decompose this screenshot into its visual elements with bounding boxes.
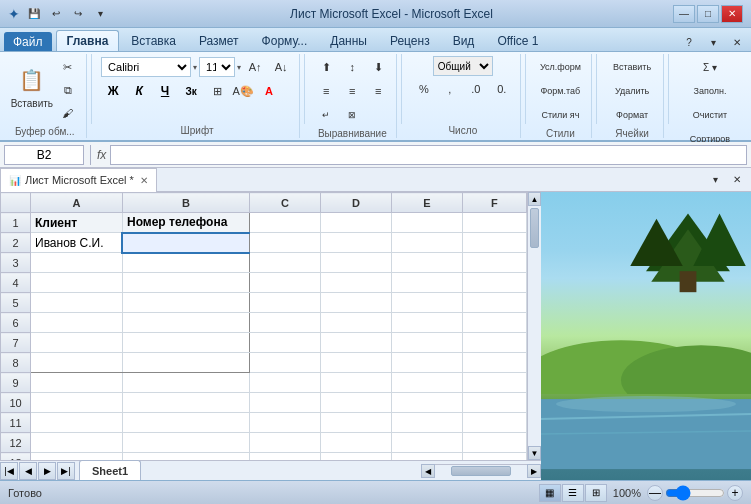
ribbon-close-btn[interactable]: ✕ bbox=[727, 33, 747, 51]
insert-cells-btn[interactable]: Вставить bbox=[607, 56, 657, 78]
cell-F6[interactable] bbox=[462, 313, 526, 333]
cell-E3[interactable] bbox=[391, 253, 462, 273]
cell-B11[interactable] bbox=[122, 413, 249, 433]
cell-F8[interactable] bbox=[462, 353, 526, 373]
cell-C9[interactable] bbox=[250, 373, 321, 393]
redo-quick-btn[interactable]: ↪ bbox=[68, 5, 88, 23]
cell-D6[interactable] bbox=[321, 313, 392, 333]
cell-A3[interactable] bbox=[31, 253, 123, 273]
cell-F3[interactable] bbox=[462, 253, 526, 273]
cell-D5[interactable] bbox=[321, 293, 392, 313]
ribbon-minimize-btn[interactable]: ▾ bbox=[703, 33, 723, 51]
col-header-d[interactable]: D bbox=[321, 193, 392, 213]
cell-A11[interactable] bbox=[31, 413, 123, 433]
delete-cells-btn[interactable]: Удалить bbox=[607, 80, 657, 102]
cell-F10[interactable] bbox=[462, 393, 526, 413]
cell-D3[interactable] bbox=[321, 253, 392, 273]
page-layout-view-btn[interactable]: ☰ bbox=[562, 484, 584, 502]
format-painter-button[interactable]: 🖌 bbox=[56, 102, 80, 124]
help-btn[interactable]: ? bbox=[679, 33, 699, 51]
font-size-select[interactable]: 11 bbox=[199, 57, 235, 77]
cell-B3[interactable] bbox=[122, 253, 249, 273]
font-color-button[interactable]: A bbox=[257, 80, 281, 102]
strikethrough-button[interactable]: Зк bbox=[179, 80, 203, 102]
cell-styles-btn[interactable]: Стили яч bbox=[535, 104, 585, 126]
italic-button[interactable]: К bbox=[127, 80, 151, 102]
percent-btn[interactable]: % bbox=[412, 78, 436, 100]
cell-D4[interactable] bbox=[321, 273, 392, 293]
cell-D9[interactable] bbox=[321, 373, 392, 393]
cell-F4[interactable] bbox=[462, 273, 526, 293]
cell-C13[interactable] bbox=[250, 453, 321, 461]
cell-D10[interactable] bbox=[321, 393, 392, 413]
cell-E6[interactable] bbox=[391, 313, 462, 333]
comma-btn[interactable]: , bbox=[438, 78, 462, 100]
cell-D8[interactable] bbox=[321, 353, 392, 373]
sum-btn[interactable]: Σ ▾ bbox=[685, 56, 735, 78]
formula-input[interactable] bbox=[110, 145, 747, 165]
sheet-tab-1[interactable]: Sheet1 bbox=[79, 460, 141, 480]
cell-A4[interactable] bbox=[31, 273, 123, 293]
copy-button[interactable]: ⧉ bbox=[56, 79, 80, 101]
hscroll-left-btn[interactable]: ◀ bbox=[421, 464, 435, 478]
undo-quick-btn[interactable]: ↩ bbox=[46, 5, 66, 23]
cell-F5[interactable] bbox=[462, 293, 526, 313]
cell-E12[interactable] bbox=[391, 433, 462, 453]
cell-A12[interactable] bbox=[31, 433, 123, 453]
tab-home[interactable]: Главна bbox=[56, 30, 120, 51]
cell-F12[interactable] bbox=[462, 433, 526, 453]
cell-F13[interactable] bbox=[462, 453, 526, 461]
tab-data[interactable]: Данны bbox=[319, 30, 378, 51]
cell-F11[interactable] bbox=[462, 413, 526, 433]
tab-close-btn[interactable]: ✕ bbox=[727, 171, 747, 189]
cell-B1[interactable]: Номер телефона bbox=[122, 213, 249, 233]
conditional-format-btn[interactable]: Усл.форм bbox=[535, 56, 585, 78]
cell-E5[interactable] bbox=[391, 293, 462, 313]
cell-E9[interactable] bbox=[391, 373, 462, 393]
dropdown-quick-btn[interactable]: ▾ bbox=[90, 5, 110, 23]
tab-file[interactable]: Файл bbox=[4, 32, 52, 51]
cell-B7[interactable] bbox=[122, 333, 249, 353]
cell-A6[interactable] bbox=[31, 313, 123, 333]
zoom-in-btn[interactable]: + bbox=[727, 485, 743, 501]
cell-A5[interactable] bbox=[31, 293, 123, 313]
increase-decimal-btn[interactable]: .0 bbox=[464, 78, 488, 100]
cell-E8[interactable] bbox=[391, 353, 462, 373]
close-btn[interactable]: ✕ bbox=[721, 5, 743, 23]
minimize-btn[interactable]: — bbox=[673, 5, 695, 23]
scroll-up-btn[interactable]: ▲ bbox=[528, 192, 541, 206]
cell-B9[interactable] bbox=[122, 373, 249, 393]
cell-E11[interactable] bbox=[391, 413, 462, 433]
close-tab-btn[interactable]: ✕ bbox=[140, 175, 148, 186]
tab-dropdown-btn[interactable]: ▾ bbox=[705, 171, 725, 189]
number-format-select[interactable]: Общий bbox=[433, 56, 493, 76]
horizontal-scrollbar[interactable]: ◀ ▶ bbox=[421, 464, 541, 478]
tab-pagelayout[interactable]: Размет bbox=[188, 30, 250, 51]
tab-review[interactable]: Реценз bbox=[379, 30, 441, 51]
paste-button[interactable]: 📋 Вставить bbox=[10, 56, 54, 116]
normal-view-btn[interactable]: ▦ bbox=[539, 484, 561, 502]
bold-button[interactable]: Ж bbox=[101, 80, 125, 102]
cell-B12[interactable] bbox=[122, 433, 249, 453]
cell-D12[interactable] bbox=[321, 433, 392, 453]
increase-font-btn[interactable]: A↑ bbox=[243, 56, 267, 78]
cell-D2[interactable] bbox=[321, 233, 392, 253]
maximize-btn[interactable]: □ bbox=[697, 5, 719, 23]
cell-D7[interactable] bbox=[321, 333, 392, 353]
cell-C11[interactable] bbox=[250, 413, 321, 433]
col-header-a[interactable]: A bbox=[31, 193, 123, 213]
cell-C3[interactable] bbox=[250, 253, 321, 273]
scroll-thumb[interactable] bbox=[530, 208, 539, 248]
decrease-font-btn[interactable]: A↓ bbox=[269, 56, 293, 78]
align-left-btn[interactable]: ≡ bbox=[314, 80, 338, 102]
cell-C8[interactable] bbox=[250, 353, 321, 373]
col-header-e[interactable]: E bbox=[391, 193, 462, 213]
decrease-decimal-btn[interactable]: 0. bbox=[490, 78, 514, 100]
cell-C12[interactable] bbox=[250, 433, 321, 453]
hscroll-thumb[interactable] bbox=[451, 466, 511, 476]
clear-btn[interactable]: Очистит bbox=[685, 104, 735, 126]
cell-E7[interactable] bbox=[391, 333, 462, 353]
hscroll-right-btn[interactable]: ▶ bbox=[527, 464, 541, 478]
cell-E1[interactable] bbox=[391, 213, 462, 233]
font-family-select[interactable]: Calibri bbox=[101, 57, 191, 77]
